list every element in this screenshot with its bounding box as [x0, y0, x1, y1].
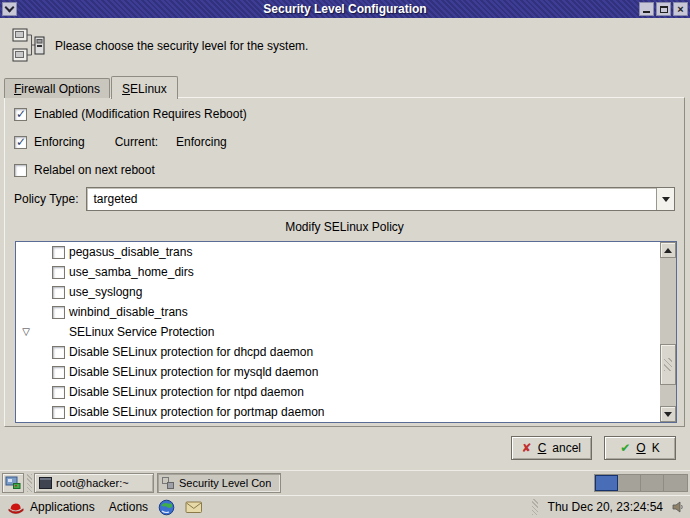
- list-item-label: winbind_disable_trans: [69, 305, 188, 319]
- label-text: irewall Options: [21, 82, 100, 96]
- checkbox[interactable]: [52, 306, 65, 319]
- list-item-label: SELinux Service Protection: [69, 325, 214, 339]
- checkbox[interactable]: [52, 246, 65, 259]
- label-text: S: [122, 82, 130, 96]
- terminal-icon: [39, 477, 52, 489]
- list-item-label: Disable SELinux protection for mysqld da…: [69, 365, 318, 379]
- dialog-header: Please choose the security level for the…: [12, 27, 308, 65]
- option-row: Relabel on next reboot: [14, 156, 676, 184]
- policy-type-row: Policy Type: targeted: [14, 187, 675, 211]
- tab-firewall-options[interactable]: Firewall Options: [4, 78, 110, 98]
- minimize-icon: [643, 11, 650, 13]
- email-icon: [185, 500, 203, 514]
- workspace-4[interactable]: [664, 475, 687, 491]
- policy-type-select[interactable]: targeted: [86, 187, 675, 211]
- ok-check-icon: ✔: [620, 442, 630, 454]
- policy-type-value: targeted: [87, 192, 137, 206]
- label-text: C: [538, 441, 547, 455]
- header-text: Please choose the security level for the…: [55, 39, 308, 53]
- ok-button[interactable]: ✔OK: [604, 436, 676, 460]
- list-item-label: use_samba_home_dirs: [69, 265, 194, 279]
- policy-list: pegasus_disable_transuse_samba_home_dirs…: [15, 241, 677, 423]
- selinux-option-list: ✓Enabled (Modification Requires Reboot)✓…: [14, 100, 676, 184]
- menu-panel: Applications Actions Thu Dec 20, 23:24:5…: [0, 495, 690, 518]
- checkbox[interactable]: ✓: [14, 136, 27, 149]
- minimize-button[interactable]: [639, 2, 654, 16]
- tab-selinux[interactable]: SELinux: [111, 76, 178, 99]
- list-item-label: Disable SELinux protection for dhcpd dae…: [69, 345, 313, 359]
- workspace-2[interactable]: [618, 475, 641, 491]
- titlebar[interactable]: Security Level Configuration ×: [0, 0, 690, 18]
- list-item[interactable]: Disable SELinux protection for dhcpd dae…: [16, 342, 660, 362]
- selinux-tab-panel: ✓Enabled (Modification Requires Reboot)✓…: [4, 97, 685, 427]
- close-button[interactable]: ×: [673, 2, 688, 16]
- list-item[interactable]: pegasus_disable_trans: [16, 242, 660, 262]
- workspace-switcher[interactable]: [594, 474, 688, 492]
- maximize-icon: [660, 6, 668, 13]
- checkbox[interactable]: [52, 266, 65, 279]
- checkbox[interactable]: [14, 164, 27, 177]
- option-row: ✓EnforcingCurrent:Enforcing: [14, 128, 676, 156]
- panel-drag-handle[interactable]: [27, 474, 32, 492]
- option-label: Enabled (Modification Requires Reboot): [34, 107, 247, 121]
- checkbox[interactable]: [52, 346, 65, 359]
- list-item[interactable]: ▽SELinux Service Protection: [16, 322, 660, 342]
- label-text: ancel: [552, 441, 581, 455]
- list-item[interactable]: Disable SELinux protection for ntpd daem…: [16, 382, 660, 402]
- menu-actions[interactable]: Actions: [109, 500, 148, 514]
- show-desktop-button[interactable]: [2, 473, 24, 493]
- network-security-icon: [12, 27, 46, 65]
- check-mark-icon: ✓: [16, 107, 26, 121]
- show-desktop-icon: [5, 476, 21, 490]
- label-text: K: [652, 441, 660, 455]
- label-text: O: [636, 441, 645, 455]
- list-item[interactable]: use_syslogng: [16, 282, 660, 302]
- scroll-down-button[interactable]: [660, 406, 676, 422]
- option-row: ✓Enabled (Modification Requires Reboot): [14, 100, 676, 128]
- workspace-3[interactable]: [641, 475, 664, 491]
- web-browser-launcher[interactable]: [158, 499, 175, 516]
- checkbox[interactable]: [52, 406, 65, 419]
- current-mode-label: Current:: [115, 135, 158, 149]
- tree-expander-icon[interactable]: ▽: [20, 326, 32, 338]
- combo-arrow-cell[interactable]: [656, 188, 674, 210]
- checkbox[interactable]: [52, 366, 65, 379]
- scroll-up-icon: [664, 248, 672, 253]
- dialog-action-buttons: ✘Cancel✔OK: [511, 436, 676, 460]
- desktop-screen: Security Level Configuration × Please ch…: [0, 0, 690, 518]
- list-item-label: Disable SELinux protection for ntpd daem…: [69, 385, 304, 399]
- check-mark-icon: ✓: [16, 135, 26, 149]
- policy-type-label: Policy Type:: [14, 192, 78, 206]
- list-item[interactable]: winbind_disable_trans: [16, 302, 660, 322]
- list-item[interactable]: Disable SELinux protection for portmap d…: [16, 402, 660, 422]
- window-controls: ×: [639, 2, 688, 16]
- label-text: ELinux: [130, 82, 167, 96]
- task-button-list: root@hacker:~Security Level Con: [34, 473, 281, 493]
- taskbar-button-root-hacker[interactable]: root@hacker:~: [34, 473, 154, 493]
- option-label: Enforcing: [34, 135, 85, 149]
- list-item[interactable]: Disable SELinux protection for mysqld da…: [16, 362, 660, 382]
- list-item-label: use_syslogng: [69, 285, 142, 299]
- policy-list-rows: pegasus_disable_transuse_samba_home_dirs…: [16, 242, 660, 422]
- close-icon: ×: [677, 4, 683, 15]
- scrollbar-thumb[interactable]: [660, 344, 676, 385]
- task-label: root@hacker:~: [56, 477, 129, 489]
- checkbox[interactable]: ✓: [14, 108, 27, 121]
- clock-drag-handle[interactable]: [532, 499, 538, 515]
- taskbar-button-security-level-con[interactable]: Security Level Con: [157, 473, 281, 493]
- cancel-button[interactable]: ✘Cancel: [511, 436, 592, 460]
- menu-applications[interactable]: Applications: [30, 500, 95, 514]
- checkbox[interactable]: [52, 386, 65, 399]
- checkbox[interactable]: [52, 286, 65, 299]
- maximize-button[interactable]: [656, 2, 671, 16]
- current-mode-value: Enforcing: [176, 135, 227, 149]
- clock[interactable]: Thu Dec 20, 23:24:54: [548, 500, 663, 514]
- workspace-1[interactable]: [595, 475, 618, 491]
- volume-control[interactable]: [671, 500, 685, 514]
- scroll-up-button[interactable]: [660, 242, 676, 258]
- list-item-label: Disable SELinux protection for portmap d…: [69, 405, 324, 419]
- email-launcher[interactable]: [185, 500, 203, 514]
- vertical-scrollbar[interactable]: [660, 242, 676, 422]
- list-item[interactable]: use_samba_home_dirs: [16, 262, 660, 282]
- redhat-menu-icon[interactable]: [8, 501, 24, 514]
